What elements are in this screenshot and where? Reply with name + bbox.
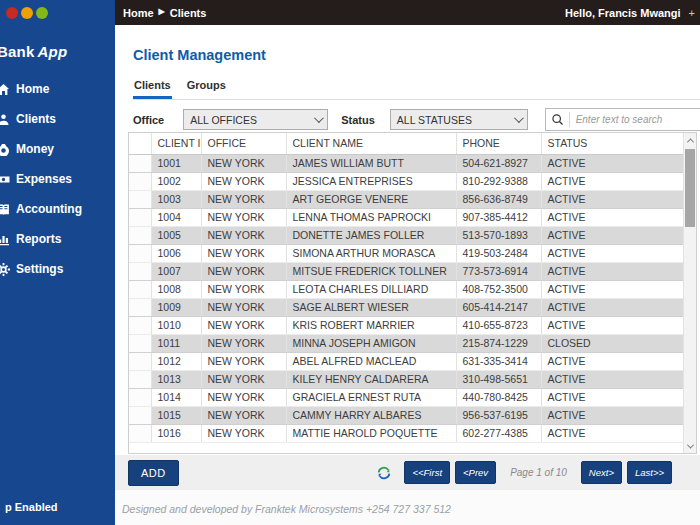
column-header-client-name[interactable]: CLIENT NAME [286,133,456,154]
cell-office: NEW YORK [201,298,286,316]
action-bar: ADD <<First <Prev Page 1 of 10 Next> Las… [115,455,700,490]
reports-icon [0,233,10,246]
sidebar-item-label: Expenses [16,172,72,186]
cell-phone: 602-277-4385 [456,424,541,442]
cell-office: NEW YORK [201,370,286,388]
row-gutter-cell [129,262,151,280]
table-row[interactable]: 1003 NEW YORK ART GEORGE VENERE 856-636-… [129,190,684,208]
column-header-office[interactable]: OFFICE [201,133,286,154]
cell-status: ACTIVE [541,298,684,316]
column-header-phone[interactable]: PHONE [456,133,541,154]
table-row[interactable]: 1013 NEW YORK KILEY HENRY CALDARERA 310-… [129,370,684,388]
user-greeting[interactable]: Hello, Francis Mwangi [565,7,681,19]
vertical-scrollbar [683,133,696,453]
table-row[interactable]: 1010 NEW YORK KRIS ROBERT MARRIER 410-65… [129,316,684,334]
tab-groups[interactable]: Groups [186,76,227,99]
cell-status: ACTIVE [541,244,684,262]
sidebar-item-label: Settings [16,262,63,276]
table-row[interactable]: 1002 NEW YORK JESSICA ENTREPRISES 810-29… [129,172,684,190]
office-select-value: ALL OFFICES [190,114,257,126]
column-header-status[interactable]: STATUS [541,133,684,154]
cell-client-name: LENNA THOMAS PAPROCKI [286,208,456,226]
sidebar-item-label: Clients [16,112,56,126]
table-row[interactable]: 1015 NEW YORK CAMMY HARRY ALBARES 956-53… [129,406,684,424]
table-row[interactable]: 1005 NEW YORK DONETTE JAMES FOLLER 513-5… [129,226,684,244]
cell-phone: 419-503-2484 [456,244,541,262]
row-gutter-cell [129,244,151,262]
cell-status: ACTIVE [541,406,684,424]
last-page-button[interactable]: Last>> [627,461,672,484]
row-gutter-cell [129,298,151,316]
sidebar-item-reports[interactable]: Reports [0,227,115,251]
status-select[interactable]: ALL STATUSES [390,109,528,130]
cell-status: ACTIVE [541,154,684,172]
cell-client-id: 1013 [151,370,201,388]
sidebar-item-home[interactable]: Home [0,77,115,101]
cell-client-id: 1011 [151,334,201,352]
sidebar-item-money[interactable]: Money [0,137,115,161]
row-gutter-cell [129,208,151,226]
breadcrumb-home[interactable]: Home [123,7,154,19]
accounting-icon [0,203,10,216]
scrollbar-thumb[interactable] [685,149,695,227]
table-row[interactable]: 1012 NEW YORK ABEL ALFRED MACLEAD 631-33… [129,352,684,370]
sidebar-item-settings[interactable]: Settings [0,257,115,281]
add-button[interactable]: ADD [128,460,179,486]
cell-office: NEW YORK [201,190,286,208]
search-input[interactable] [576,114,700,125]
window-minimize-button[interactable] [21,7,33,19]
prev-page-button[interactable]: <Prev [455,461,496,484]
table-row[interactable]: 1007 NEW YORK MITSUE FREDERICK TOLLNER 7… [129,262,684,280]
scroll-down-icon[interactable] [684,439,696,453]
column-header-client-id[interactable]: CLIENT ID [151,133,201,154]
cell-client-name: JESSICA ENTREPRISES [286,172,456,190]
cell-office: NEW YORK [201,154,286,172]
row-gutter-cell [129,226,151,244]
table-row[interactable]: 1006 NEW YORK SIMONA ARTHUR MORASCA 419-… [129,244,684,262]
chevron-down-icon [514,113,524,123]
sidebar-item-label: Money [16,142,54,156]
table-row[interactable]: 1009 NEW YORK SAGE ALBERT WIESER 605-414… [129,298,684,316]
search-icon [551,113,564,126]
cell-phone: 310-498-5651 [456,370,541,388]
office-select[interactable]: ALL OFFICES [183,109,328,130]
refresh-icon[interactable] [376,465,392,481]
sidebar-item-accounting[interactable]: Accounting [0,197,115,221]
office-label: Office [133,114,164,126]
table-row[interactable]: 1016 NEW YORK MATTIE HAROLD POQUETTE 602… [129,424,684,442]
plus-icon[interactable]: + [689,7,695,19]
sidebar-nav: Home Clients Money Expenses Accounting R… [0,77,115,281]
filter-bar: Office ALL OFFICES Status ALL STATUSES [133,108,700,131]
scroll-up-icon[interactable] [684,133,696,147]
search-box [545,108,700,131]
cell-client-name: JAMES WILLIAM BUTT [286,154,456,172]
sidebar: BankApp Home Clients Money Expenses Acco… [0,0,115,525]
cell-client-name: SIMONA ARTHUR MORASCA [286,244,456,262]
window-maximize-button[interactable] [36,7,48,19]
pagination: <<First <Prev Page 1 of 10 Next> Last>> [376,461,672,484]
first-page-button[interactable]: <<First [404,461,450,484]
table-row[interactable]: 1014 NEW YORK GRACIELA ERNEST RUTA 440-7… [129,388,684,406]
cell-phone: 504-621-8927 [456,154,541,172]
cell-client-name: KILEY HENRY CALDARERA [286,370,456,388]
cell-office: NEW YORK [201,172,286,190]
table-row[interactable]: 1004 NEW YORK LENNA THOMAS PAPROCKI 907-… [129,208,684,226]
next-page-button[interactable]: Next> [581,461,622,484]
tab-clients[interactable]: Clients [133,76,172,99]
sidebar-item-expenses[interactable]: Expenses [0,167,115,191]
breadcrumb-current[interactable]: Clients [170,7,207,19]
cell-office: NEW YORK [201,226,286,244]
sidebar-item-clients[interactable]: Clients [0,107,115,131]
row-gutter-cell [129,172,151,190]
row-gutter-cell [129,370,151,388]
cell-phone: 605-414-2147 [456,298,541,316]
table-row[interactable]: 1011 NEW YORK MINNA JOSEPH AMIGON 215-87… [129,334,684,352]
window-close-button[interactable] [6,7,18,19]
cell-client-id: 1007 [151,262,201,280]
home-icon [0,83,10,96]
table-row[interactable]: 1008 NEW YORK LEOTA CHARLES DILLIARD 408… [129,280,684,298]
row-gutter-cell [129,406,151,424]
row-gutter-cell [129,424,151,442]
table-row[interactable]: 1001 NEW YORK JAMES WILLIAM BUTT 504-621… [129,154,684,172]
clients-icon [0,113,10,126]
